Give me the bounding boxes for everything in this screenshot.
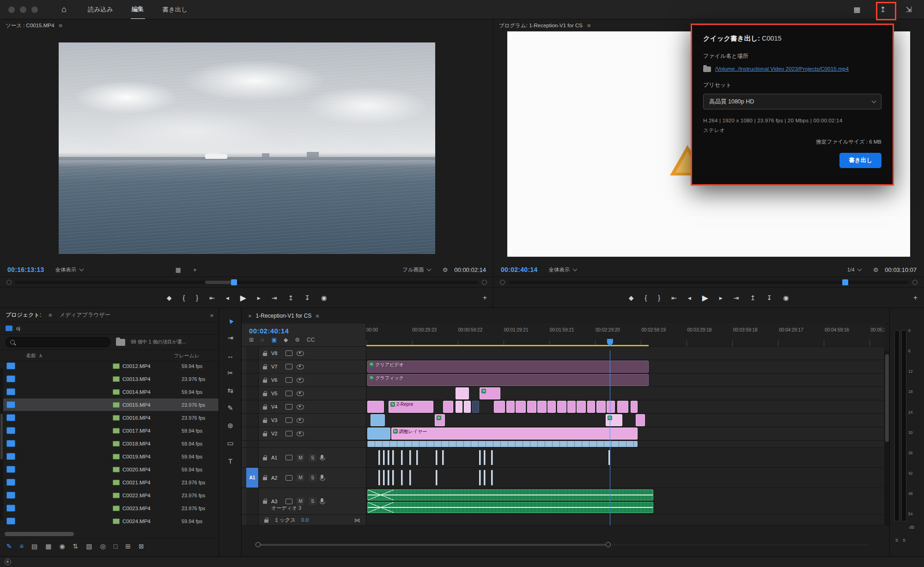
list-view-icon[interactable]: ≡	[20, 543, 24, 550]
zoom-handle-left[interactable]	[255, 542, 261, 547]
add-button-icon[interactable]: +	[483, 294, 487, 302]
lock-icon[interactable]	[264, 519, 268, 523]
timeline-clip[interactable]	[577, 401, 586, 413]
mix-value[interactable]: 0.0	[301, 517, 309, 523]
panel-menu-icon[interactable]: ≡	[59, 22, 62, 29]
lock-icon[interactable]	[263, 393, 267, 396]
track-output-icon[interactable]	[286, 391, 292, 396]
timeline-clip[interactable]	[367, 489, 653, 501]
audio-clip-sliver[interactable]	[491, 450, 492, 465]
project-vertical-scrollbar[interactable]	[0, 368, 3, 520]
add-marker-icon[interactable]: ◆	[629, 294, 634, 302]
audio-clip-sliver[interactable]	[484, 450, 485, 465]
zoom-handle-right[interactable]	[482, 280, 487, 285]
track-lane[interactable]	[366, 440, 884, 447]
project-row[interactable]: C0019.MP459.94 fps	[0, 450, 219, 463]
track-output-icon[interactable]	[286, 350, 292, 356]
ripple-edit-tool[interactable]: ↔	[219, 347, 242, 364]
track-lane[interactable]: fxグラフィック	[366, 374, 884, 386]
column-framerate[interactable]: フレームレ	[174, 352, 213, 359]
track-lane[interactable]	[366, 448, 884, 467]
timeline-vertical-scrollbar[interactable]	[884, 350, 890, 525]
timeline-clip[interactable]	[456, 387, 469, 399]
file-path-link[interactable]: /Volume../Instructional Video 2023/Proje…	[715, 66, 849, 72]
project-row[interactable]: C0018.MP459.94 fps	[0, 437, 219, 450]
play-icon[interactable]: ▶	[702, 293, 708, 303]
solo-button[interactable]: S	[309, 474, 316, 482]
audio-clip-sliver[interactable]	[409, 470, 411, 485]
track-visibility-icon[interactable]	[297, 351, 304, 356]
track-lane[interactable]	[366, 488, 884, 514]
track-output-icon[interactable]	[286, 475, 292, 481]
audio-clip-sliver[interactable]	[479, 450, 480, 465]
panel-menu-icon[interactable]: ≡	[587, 22, 591, 29]
mark-out-icon[interactable]: }	[658, 294, 660, 302]
add-marker-icon[interactable]: ◆	[284, 337, 288, 343]
go-to-in-icon[interactable]: ⇤	[209, 294, 215, 302]
audio-clip-sliver[interactable]	[383, 470, 384, 485]
add-marker-icon[interactable]: ◆	[167, 294, 172, 302]
project-row[interactable]: C0020.MP459.94 fps	[0, 463, 219, 476]
timeline-clip[interactable]	[557, 401, 566, 413]
track-lane[interactable]: fxクリアビデオ	[366, 360, 884, 373]
timeline-clip[interactable]	[367, 441, 638, 447]
slip-tool[interactable]: ⇆	[219, 382, 242, 399]
extract-icon[interactable]: ↧	[766, 294, 772, 302]
menu-item[interactable]: 読み込み	[87, 0, 114, 19]
track-output-icon[interactable]	[286, 364, 292, 369]
timeline-clip[interactable]	[547, 401, 556, 413]
minimize-window-button[interactable]	[20, 6, 26, 13]
timeline-clip[interactable]	[527, 401, 536, 413]
home-icon[interactable]: ⌂	[61, 5, 67, 14]
timeline-clip[interactable]	[367, 428, 390, 440]
mute-button[interactable]: M	[297, 497, 304, 505]
lock-icon[interactable]	[263, 380, 267, 383]
timeline-clip[interactable]	[506, 401, 515, 413]
extract-icon[interactable]: ↧	[304, 294, 310, 302]
timeline-clip[interactable]	[596, 401, 606, 413]
lock-icon[interactable]	[263, 457, 267, 460]
track-lane[interactable]: fxfx	[366, 414, 884, 427]
timeline-clip[interactable]	[367, 502, 653, 513]
timeline-settings-icon[interactable]: ⚙	[295, 337, 300, 343]
zoom-handle-left[interactable]	[6, 280, 12, 285]
audio-clip-sliver[interactable]	[484, 470, 485, 485]
project-row[interactable]: C0021.MP423.976 fps	[0, 476, 219, 489]
find-icon[interactable]: ◎	[100, 543, 106, 550]
timeline-clip[interactable]	[631, 401, 638, 413]
column-name[interactable]: 名前 ∧	[26, 352, 43, 359]
workspaces-icon[interactable]: ▦	[850, 5, 864, 14]
audio-clip-sliver[interactable]	[479, 470, 480, 485]
linked-selection-icon[interactable]: ▣	[272, 337, 277, 343]
lock-icon[interactable]	[263, 477, 267, 480]
new-bin-icon[interactable]: □	[114, 543, 117, 550]
source-timecode[interactable]: 00:16:13:13	[7, 266, 44, 273]
source-quality-dropdown[interactable]: フル画面	[402, 266, 431, 273]
project-row[interactable]: C0023.MP423.976 fps	[0, 502, 219, 515]
track-output-icon[interactable]	[286, 404, 292, 410]
timeline-clip[interactable]	[464, 401, 471, 413]
pen-tool[interactable]: ✎	[219, 399, 242, 417]
audio-clip-sliver[interactable]	[436, 450, 437, 465]
tab-media-browser[interactable]: メディアブラウザー	[60, 311, 110, 319]
solo-button[interactable]: S	[309, 454, 316, 462]
step-back-icon[interactable]: ◂	[226, 294, 229, 302]
zoom-slider-icon[interactable]: ◉	[59, 543, 65, 550]
settings-grid-icon[interactable]: ▦	[176, 266, 181, 273]
sync-status-icon[interactable]	[5, 559, 11, 565]
mark-in-icon[interactable]: {	[645, 294, 647, 302]
timeline-clip[interactable]: fx	[606, 414, 622, 426]
add-button-icon[interactable]: +	[913, 294, 918, 302]
preset-dropdown[interactable]: 高品質 1080p HD	[703, 94, 881, 109]
project-row[interactable]: C0017.MP459.94 fps	[0, 424, 219, 437]
voiceover-record-icon[interactable]	[321, 475, 323, 479]
lift-icon[interactable]: ↥	[288, 294, 294, 302]
timeline-clip[interactable]	[472, 401, 480, 413]
track-lane[interactable]: fx2-Repre	[366, 400, 884, 413]
timeline-clip[interactable]	[636, 414, 645, 426]
lock-icon[interactable]	[263, 353, 267, 356]
lock-icon[interactable]	[263, 406, 267, 410]
audio-clip-sliver[interactable]	[401, 450, 402, 465]
nest-insert-icon[interactable]: ⊞	[249, 337, 254, 343]
timeline-clip[interactable]	[567, 401, 576, 413]
